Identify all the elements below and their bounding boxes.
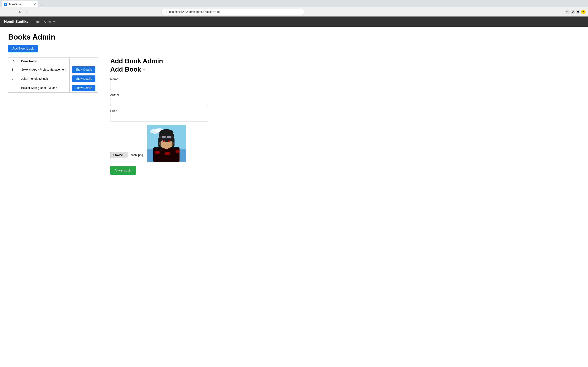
svg-point-13 [159,129,173,137]
url-text: localhost:4200/admin/books?action=add [169,10,220,13]
row-action-cell: Show Details [70,83,98,92]
new-tab-button[interactable]: + [39,1,45,7]
col-header-action [70,58,98,65]
admin-arrow-icon: ▾ [53,20,55,24]
svg-point-5 [155,151,160,154]
browser-extensions: ⋯ 🛡 ⚙ ★ [565,9,586,14]
ext-icon-star[interactable]: ★ [581,9,586,14]
forward-button[interactable]: → [10,9,16,15]
col-header-id: ID [8,58,18,65]
browse-button[interactable]: Browse... [110,152,128,158]
ext-icon-2[interactable]: 🛡 [571,9,575,14]
form-title: Add Book Admin [110,57,580,65]
url-bar[interactable]: 🛡 localhost:4200/admin/books?action=add [162,9,304,15]
tab-favicon: A [4,3,7,6]
form-panel: Add Book Admin Add Book - Name Author Pr… [110,57,580,175]
table-row: 3 Belajar Spring Boot - Mudah Show Detai… [8,83,98,92]
book-cover-preview [147,125,186,162]
app-nav: Hendi Santika Shop Admin ▾ [0,17,588,27]
row-id: 3 [8,83,18,92]
ext-icon-1[interactable]: ⋯ [565,9,570,14]
content-layout: ID Book Name 1 Sekolah App - Project Man… [8,57,580,175]
price-field-group: Price [110,109,580,122]
row-book-name: Sekolah App - Project Management [18,65,70,74]
svg-point-24 [163,140,164,141]
svg-rect-28 [163,145,169,145]
author-input[interactable] [110,98,208,106]
svg-point-23 [164,140,164,141]
svg-point-21 [163,141,164,141]
back-button[interactable]: ← [2,9,8,15]
name-field-group: Name [110,77,580,90]
file-upload-section: Browse... itachi.png [110,152,143,162]
name-label: Name [110,77,580,81]
price-label: Price [110,109,580,113]
row-action-cell: Show Details [70,74,98,83]
form-subtitle: Add Book - [110,66,580,73]
svg-point-26 [168,140,169,141]
file-row: Browse... itachi.png [110,152,143,158]
reload-button[interactable]: ↻ [17,9,23,15]
security-icon: 🛡 [165,10,167,13]
ext-icon-3[interactable]: ⚙ [576,9,580,14]
admin-label: Admin [44,20,52,24]
table-row: 1 Sekolah App - Project Management Show … [8,65,98,74]
row-id: 1 [8,65,18,74]
main-content: Books Admin Add New Book ID Book Name 1 … [0,27,588,181]
svg-point-6 [164,152,170,155]
save-book-button[interactable]: Save Book [110,166,136,175]
home-button[interactable]: ⌂ [25,9,30,15]
row-id: 2 [8,74,18,83]
brand-name: Hendi Santika [4,20,28,24]
show-details-button-1[interactable]: Show Details [72,66,95,73]
admin-dropdown[interactable]: Admin ▾ [44,20,55,24]
books-table: ID Book Name 1 Sekolah App - Project Man… [8,57,98,92]
table-row: 2 Jalan menuju Shinobi Show Details [8,74,98,83]
row-book-name: Jalan menuju Shinobi [18,74,70,83]
row-book-name: Belajar Spring Boot - Mudah [18,83,70,92]
svg-point-22 [169,141,169,141]
name-input[interactable] [110,82,208,90]
svg-point-7 [176,150,180,153]
tab-close-button[interactable]: ✕ [33,2,36,6]
active-tab[interactable]: A BookStore ✕ [2,1,38,7]
shop-link[interactable]: Shop [33,20,40,24]
svg-point-25 [169,140,170,141]
tab-title: BookStore [9,3,21,6]
tab-bar: A BookStore ✕ + [0,0,588,7]
itachi-svg [147,125,186,162]
show-details-button-2[interactable]: Show Details [72,75,95,82]
file-name-text: itachi.png [131,153,143,157]
add-new-book-button[interactable]: Add New Book [8,45,38,52]
address-bar: ← → ↻ ⌂ 🛡 localhost:4200/admin/books?act… [0,7,588,16]
books-table-container: ID Book Name 1 Sekolah App - Project Man… [8,57,98,92]
svg-point-16 [165,136,167,138]
browser-chrome: A BookStore ✕ + ← → ↻ ⌂ 🛡 localhost:4200… [0,0,588,17]
price-input[interactable] [110,114,208,122]
col-header-name: Book Name [18,58,70,65]
author-label: Author [110,93,580,97]
show-details-button-3[interactable]: Show Details [72,85,95,91]
author-field-group: Author [110,93,580,106]
row-action-cell: Show Details [70,65,98,74]
page-title: Books Admin [8,33,580,42]
